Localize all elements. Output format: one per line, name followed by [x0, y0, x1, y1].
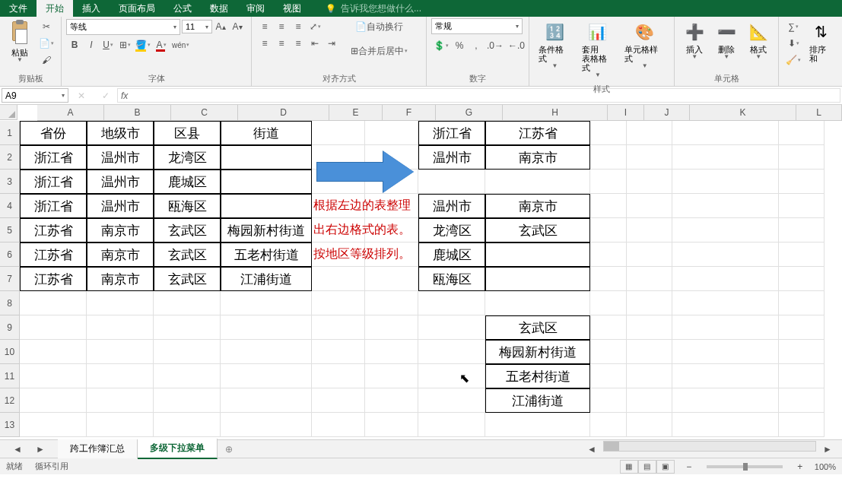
grow-font-button[interactable]: A▴ — [212, 18, 229, 35]
cell-L4[interactable] — [779, 194, 825, 218]
cell-J3[interactable] — [627, 170, 672, 194]
cell-D2[interactable] — [221, 145, 312, 170]
cell-G12[interactable] — [418, 388, 485, 413]
cell-K6[interactable] — [672, 242, 779, 267]
cell-I4[interactable] — [590, 194, 627, 218]
view-pagelayout-button[interactable]: ▤ — [638, 460, 656, 474]
cell-A2[interactable]: 浙江省 — [20, 145, 87, 170]
cell-E11[interactable] — [312, 364, 365, 388]
paste-button[interactable]: 粘贴▼ — [5, 18, 35, 67]
cell-G1[interactable]: 浙江省 — [418, 121, 485, 145]
cell-A3[interactable]: 浙江省 — [20, 170, 87, 194]
borders-button[interactable]: ⊞▾ — [116, 36, 133, 53]
col-header-D[interactable]: D — [238, 105, 329, 120]
cell-G8[interactable] — [418, 291, 485, 315]
cell-D12[interactable] — [221, 388, 312, 413]
cell-L9[interactable] — [779, 315, 825, 340]
row-header-6[interactable]: 6 — [0, 242, 19, 267]
cell-G7[interactable]: 瓯海区 — [418, 267, 485, 291]
col-header-L[interactable]: L — [796, 105, 842, 120]
cell-A6[interactable]: 江苏省 — [20, 242, 87, 267]
shrink-font-button[interactable]: A▾ — [229, 18, 246, 35]
decrease-decimal-button[interactable]: ←.0 — [506, 37, 527, 54]
cell-A7[interactable]: 江苏省 — [20, 267, 87, 291]
align-left-button[interactable]: ≡ — [256, 35, 273, 52]
percent-button[interactable]: % — [451, 37, 468, 54]
format-as-table-button[interactable]: 📊套用 表格格式▼ — [577, 18, 618, 82]
cell-F6[interactable] — [365, 242, 418, 267]
clear-button[interactable]: 🧹▾ — [783, 52, 803, 68]
italic-button[interactable]: I — [83, 36, 100, 53]
cell-G4[interactable]: 温州市 — [418, 194, 485, 218]
cell-J1[interactable] — [627, 121, 672, 145]
cell-I13[interactable] — [590, 413, 627, 437]
copy-button[interactable]: 📄▾ — [37, 35, 56, 52]
cell-B5[interactable]: 南京市 — [87, 218, 154, 242]
cell-D10[interactable] — [221, 340, 312, 364]
cell-I5[interactable] — [590, 218, 627, 242]
cell-F8[interactable] — [365, 291, 418, 315]
cell-B2[interactable]: 温州市 — [87, 145, 154, 170]
cell-C1[interactable]: 区县 — [154, 121, 221, 145]
cancel-formula-button[interactable]: ✕ — [73, 87, 90, 104]
fill-button[interactable]: ⬇▾ — [783, 35, 803, 52]
sheet-tab-2[interactable]: 多级下拉菜单 — [138, 439, 218, 459]
delete-cells-button[interactable]: ➖删除▼ — [711, 18, 742, 64]
cell-L13[interactable] — [779, 413, 825, 437]
format-cells-button[interactable]: 📐格式▼ — [743, 18, 774, 64]
cell-H2[interactable]: 南京市 — [485, 145, 590, 170]
merge-center-button[interactable]: ⊞ 合并后居中 ▾ — [346, 43, 412, 59]
cell-C4[interactable]: 瓯海区 — [154, 194, 221, 218]
comma-button[interactable]: , — [468, 37, 485, 54]
cell-C2[interactable]: 龙湾区 — [154, 145, 221, 170]
row-header-2[interactable]: 2 — [0, 145, 19, 170]
select-all-corner[interactable] — [0, 105, 17, 120]
cell-L8[interactable] — [779, 291, 825, 315]
column-headers[interactable]: ABCDEFGHIJKL — [37, 105, 842, 121]
align-center-button[interactable]: ≡ — [273, 35, 290, 52]
row-header-7[interactable]: 7 — [0, 267, 19, 291]
cell-A1[interactable]: 省份 — [20, 121, 87, 145]
zoom-out-button[interactable]: − — [681, 458, 697, 475]
cell-G13[interactable] — [418, 413, 485, 437]
cell-C7[interactable]: 玄武区 — [154, 267, 221, 291]
cell-D13[interactable] — [221, 413, 312, 437]
cell-K11[interactable] — [672, 364, 779, 388]
cell-L2[interactable] — [779, 145, 825, 170]
wrap-text-button[interactable]: 📄 自动换行 — [346, 18, 412, 35]
phonetic-button[interactable]: wén▾ — [170, 36, 192, 53]
cell-G6[interactable]: 鹿城区 — [418, 242, 485, 267]
zoom-percent[interactable]: 100% — [815, 462, 836, 471]
cell-D3[interactable] — [221, 170, 312, 194]
cell-B13[interactable] — [87, 413, 154, 437]
cell-F11[interactable] — [365, 364, 418, 388]
cell-C9[interactable] — [154, 315, 221, 340]
cell-K5[interactable] — [672, 218, 779, 242]
cell-E13[interactable] — [312, 413, 365, 437]
zoom-slider[interactable] — [707, 465, 783, 468]
arrow-shape[interactable] — [316, 151, 423, 192]
cell-J7[interactable] — [627, 267, 672, 291]
cell-D7[interactable]: 江浦街道 — [221, 267, 312, 291]
cell-D6[interactable]: 五老村街道 — [221, 242, 312, 267]
cell-E8[interactable] — [312, 291, 365, 315]
cell-H3[interactable] — [485, 170, 590, 194]
font-name-combo[interactable]: 等线▾ — [66, 19, 180, 35]
cell-L5[interactable] — [779, 218, 825, 242]
cell-D9[interactable] — [221, 315, 312, 340]
col-header-I[interactable]: I — [608, 105, 644, 120]
cell-D8[interactable] — [221, 291, 312, 315]
enter-formula-button[interactable]: ✓ — [97, 87, 114, 104]
cell-H6[interactable] — [485, 242, 590, 267]
tab-insert[interactable]: 插入 — [73, 0, 110, 17]
cell-K9[interactable] — [672, 315, 779, 340]
cell-D5[interactable]: 梅园新村街道 — [221, 218, 312, 242]
cell-B9[interactable] — [87, 315, 154, 340]
cell-F10[interactable] — [365, 340, 418, 364]
cell-C12[interactable] — [154, 388, 221, 413]
indent-decrease-button[interactable]: ⇤ — [307, 35, 323, 52]
cell-I2[interactable] — [590, 145, 627, 170]
cell-L6[interactable] — [779, 242, 825, 267]
cut-button[interactable]: ✂ — [37, 18, 56, 35]
cell-C6[interactable]: 玄武区 — [154, 242, 221, 267]
